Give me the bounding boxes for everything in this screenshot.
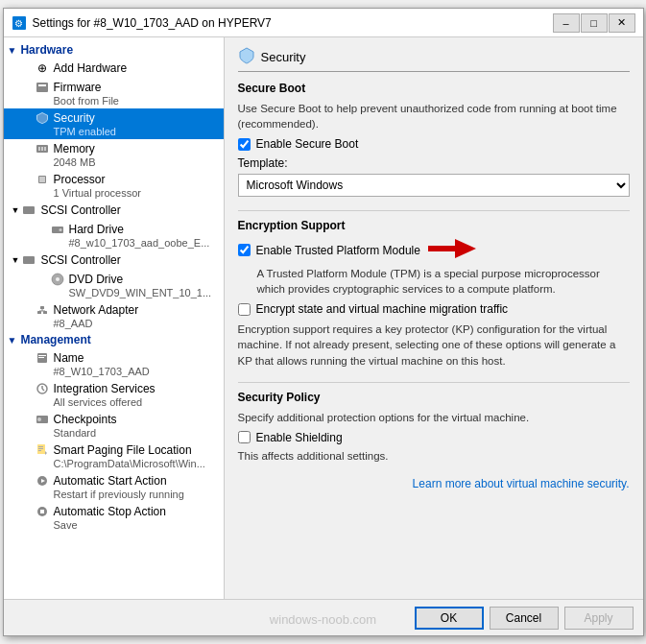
integration-label: Integration Services [54,382,156,395]
content-area: ▼ Hardware ⊕ Add Hardware Firmware Boot … [4,37,643,599]
enable-shielding-label[interactable]: Enable Shielding [256,431,343,444]
svg-point-15 [56,277,60,281]
security-label: Security [54,111,95,125]
sidebar-item-auto-start[interactable]: Automatic Start Action Restart if previo… [4,471,224,502]
tpm-desc: A Trusted Platform Module (TPM) is a spe… [238,266,630,297]
ok-button[interactable]: OK [415,607,484,630]
titlebar: ⚙ Settings for #8_W10_1703_AAD on HYPERV… [4,9,643,37]
sidebar-item-add-hardware[interactable]: ⊕ Add Hardware [4,59,224,78]
hard-drive-label: Hard Drive [69,223,124,236]
sidebar-item-smart-paging[interactable]: Smart Paging File Location C:\ProgramDat… [4,441,224,471]
enable-tpm-label[interactable]: Enable Trusted Platform Module [256,244,420,257]
apply-button[interactable]: Apply [564,607,634,630]
smart-paging-icon [35,442,50,458]
sidebar: ▼ Hardware ⊕ Add Hardware Firmware Boot … [4,37,225,599]
learn-more-container: Learn more about virtual machine securit… [238,477,630,490]
maximize-button[interactable]: □ [581,13,608,33]
sidebar-item-scsi2[interactable]: ▼ SCSI Controller [4,250,224,270]
divider-2 [238,382,630,383]
svg-rect-3 [38,84,46,86]
sidebar-item-integration[interactable]: Integration Services All services offere… [4,379,224,410]
svg-line-27 [42,389,44,391]
panel-header: Security [238,47,630,72]
memory-sub: 2048 MB [35,156,216,168]
sidebar-item-security[interactable]: Security TPM enabled [4,108,224,139]
template-label: Template: [238,156,630,170]
scsi2-expand: ▼ [12,255,20,265]
enable-tpm-row: Enable Trusted Platform Module [238,244,420,257]
enable-secure-boot-label[interactable]: Enable Secure Boot [256,137,359,151]
network-icon [35,302,50,318]
svg-rect-38 [40,510,44,513]
sidebar-item-network[interactable]: Network Adapter #8_AAD [4,300,224,331]
enable-shielding-row: Enable Shielding [238,431,630,444]
window-title: Settings for #8_W10_1703_AAD on HYPERV7 [33,16,553,30]
template-dropdown[interactable]: Microsoft Windows Microsoft UEFI Certifi… [238,174,630,197]
settings-window: ⚙ Settings for #8_W10_1703_AAD on HYPERV… [3,8,644,636]
learn-more-link[interactable]: Learn more about virtual machine securit… [413,477,630,490]
svg-rect-2 [36,83,48,92]
cancel-button[interactable]: Cancel [490,607,559,630]
security-sub: TPM enabled [35,126,216,137]
sidebar-item-memory[interactable]: Memory 2048 MB [4,139,224,170]
enable-secure-boot-checkbox[interactable] [238,138,251,151]
auto-stop-icon [35,504,50,519]
svg-rect-10 [23,206,35,214]
encryption-title: Encryption Support [238,219,630,232]
sidebar-item-checkpoints[interactable]: Checkpoints Standard [4,410,224,441]
svg-rect-13 [23,256,35,264]
security-policy-title: Security Policy [238,391,630,404]
enable-secure-boot-row: Enable Secure Boot [238,137,630,151]
close-button[interactable]: ✕ [609,13,635,33]
svg-rect-32 [38,448,43,449]
auto-start-icon [35,473,50,489]
enable-tpm-checkbox[interactable] [238,244,251,256]
tpm-row-wrapper: Enable Trusted Platform Module [238,238,630,262]
red-arrow-annotation [428,238,476,262]
name-sub: #8_W10_1703_AAD [35,366,216,377]
management-arrow: ▼ [8,335,17,346]
hard-drive-sub: #8_w10_1703_aad_oobe_E... [50,237,216,249]
management-label: Management [20,333,90,346]
network-sub: #8_AAD [35,318,216,329]
name-icon [35,350,50,366]
add-hardware-icon: ⊕ [35,60,50,76]
encryption-note: Encryption support requires a key protec… [238,322,630,368]
memory-icon [35,141,50,156]
network-label: Network Adapter [54,303,139,317]
encrypt-traffic-label[interactable]: Encrypt state and virtual machine migrat… [256,302,509,316]
sidebar-item-scsi1[interactable]: ▼ SCSI Controller [4,201,224,220]
dvd-label: DVD Drive [69,273,124,286]
sidebar-item-name[interactable]: Name #8_W10_1703_AAD [4,348,224,379]
scsi1-expand: ▼ [12,205,20,215]
sidebar-item-auto-stop[interactable]: Automatic Stop Action Save [4,502,224,533]
svg-point-12 [59,228,61,231]
security-icon [35,110,50,126]
firmware-label: Firmware [54,81,102,94]
svg-rect-23 [38,355,46,356]
svg-text:⚙: ⚙ [14,18,23,29]
svg-rect-31 [38,446,43,447]
processor-label: Processor [54,173,106,186]
svg-rect-24 [38,357,44,358]
integration-icon [35,381,50,396]
encrypt-traffic-checkbox[interactable] [238,303,251,316]
sidebar-item-processor[interactable]: Processor 1 Virtual processor [4,170,224,201]
bottom-bar: OK Cancel Apply [4,599,643,635]
processor-sub: 1 Virtual processor [35,187,216,199]
smart-paging-label: Smart Paging File Location [54,443,192,457]
scsi1-label: SCSI Controller [40,203,120,217]
main-panel: Security Secure Boot Use Secure Boot to … [225,37,643,599]
sidebar-item-firmware[interactable]: Firmware Boot from File [4,78,224,108]
security-policy-desc: Specify additional protection options fo… [238,410,630,425]
enable-shielding-checkbox[interactable] [238,431,251,443]
sidebar-item-hard-drive[interactable]: Hard Drive #8_w10_1703_aad_oobe_E... [4,220,224,250]
hardware-section-header: ▼ Hardware [4,41,224,59]
auto-start-label: Automatic Start Action [54,474,167,488]
sidebar-item-dvd[interactable]: DVD Drive SW_DVD9_WIN_ENT_10_1... [4,270,224,300]
encryption-section: Encryption Support Enable Trusted Platfo… [238,219,630,368]
window-icon: ⚙ [12,15,27,31]
checkpoints-sub: Standard [35,427,216,439]
minimize-button[interactable]: – [553,13,580,33]
hardware-arrow: ▼ [8,45,17,56]
